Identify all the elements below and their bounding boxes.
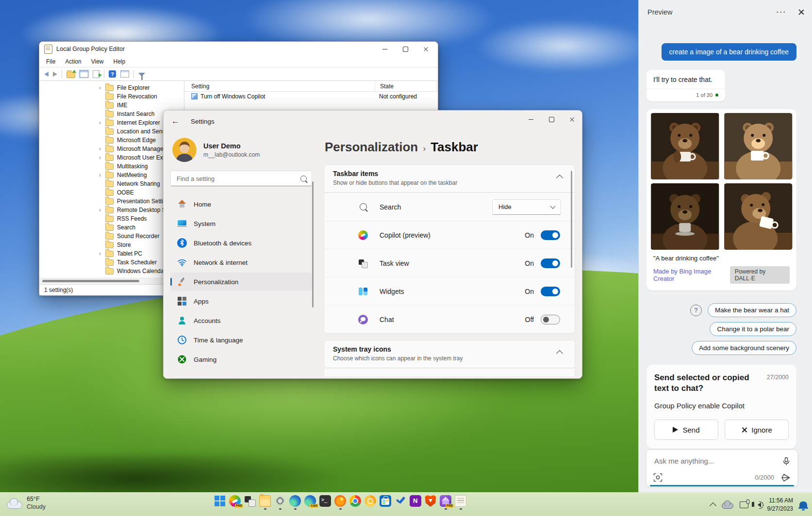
more-options-icon[interactable] [777,8,785,16]
find-setting-searchbox[interactable] [170,171,312,186]
sidebar-item-home[interactable]: Home [170,195,312,213]
sidebar-item-personalization[interactable]: Personalization [170,273,312,291]
taskbar-items-card-header[interactable]: Taskbar items Show or hide buttons that … [324,164,575,193]
tree-item-remote-desktop-services[interactable]: Remote Desktop Services [39,206,184,214]
tree-item-network-sharing[interactable]: Network Sharing [39,179,184,188]
sidebar-item-time-language[interactable]: Time & language [170,331,312,349]
gpe-menu-action[interactable]: Action [65,58,81,65]
policy-row-turn-off-windows-copilot[interactable]: Turn off Windows Copilot Not configured [184,92,438,101]
gpe-titlebar[interactable]: Local Group Policy Editor [39,42,438,56]
tree-item-microsoft-user-experience[interactable]: Microsoft User Experience V [39,153,184,162]
notification-bell-icon[interactable] [799,501,807,509]
search-dropdown[interactable]: Hide [492,199,561,215]
breadcrumb-personalization[interactable]: Personalization [325,140,418,155]
onenote-button[interactable] [410,495,421,507]
suggestion-background-scenery[interactable]: Add some background scenery [692,341,796,355]
weather-widget[interactable]: 65°F Cloudy [7,496,46,511]
help-icon[interactable] [109,70,116,78]
widgets-toggle[interactable] [541,287,560,296]
tree-item-rss-feeds[interactable]: RSS Feeds [39,214,184,223]
onedrive-icon[interactable] [722,503,733,509]
tree-item-microsoft-management-console[interactable]: Microsoft Management Con [39,145,184,153]
suggestion-wear-hat[interactable]: Make the bear wear a hat [708,303,796,317]
tree-item-task-scheduler[interactable]: Task Scheduler [39,258,184,267]
tree-item-presentation-settings[interactable]: Presentation Settings [39,197,184,206]
settings-minimize-button[interactable] [521,113,541,126]
sidebar-item-network[interactable]: Network & internet [170,253,312,272]
expand-chevron-icon[interactable] [98,84,104,91]
submit-icon[interactable] [781,473,791,482]
up-one-level-icon[interactable] [66,72,75,78]
system-tray-card-header[interactable]: System tray icons Choose which icons can… [324,340,575,368]
start-button[interactable] [214,495,226,507]
firefox-button[interactable] [334,495,346,507]
edge-button[interactable] [289,495,301,507]
edge-canary-button[interactable]: CAN [304,495,316,507]
tree-item-file-explorer[interactable]: File Explorer [39,83,184,92]
ignore-button[interactable]: Ignore [725,419,789,440]
terminal-button[interactable] [319,495,331,507]
send-button[interactable]: Send [654,419,718,440]
content-scrollbar[interactable] [571,171,572,268]
sidebar-item-bluetooth[interactable]: Bluetooth & devices [170,234,312,252]
tree-item-microsoft-edge[interactable]: Microsoft Edge [39,136,184,145]
screenshot-icon[interactable] [653,473,663,482]
task-view-button[interactable] [244,495,256,507]
tree-item-oobe[interactable]: OOBE [39,188,184,197]
copilot-toggle[interactable] [541,230,560,240]
gpe-minimize-button[interactable] [375,42,395,56]
task-view-toggle[interactable] [541,258,560,268]
expand-chevron-icon[interactable] [98,154,104,161]
tree-item-ime[interactable]: IME [39,101,184,110]
settings-titlebar[interactable]: ← Settings [164,111,582,132]
expand-chevron-icon[interactable] [98,119,104,126]
microsoft-store-button[interactable] [380,495,391,507]
brave-button[interactable] [425,495,436,507]
back-icon[interactable] [44,72,49,77]
desktop[interactable]: Local Group Policy Editor File Action Vi… [0,0,812,516]
gpe-menu-help[interactable]: Help [114,58,126,65]
dev-home-button[interactable]: PRE [440,495,451,507]
tree-item-file-revocation[interactable]: File Revocation [39,92,184,101]
chat-toggle[interactable] [541,315,560,324]
settings-maximize-button[interactable] [541,113,562,126]
column-header-state[interactable]: State [375,81,437,91]
clock-widget[interactable]: 11:56 AM 9/27/2023 [767,497,793,512]
tree-item-store[interactable]: Store [39,241,184,249]
sidebar-item-apps[interactable]: Apps [170,292,312,310]
expand-chevron-icon[interactable] [98,145,104,152]
tree-item-tablet-pc[interactable]: Tablet PC [39,249,184,258]
copilot-button[interactable]: PRE [229,495,241,507]
tree-item-multitasking[interactable]: Multitasking [39,162,184,171]
network-icon[interactable] [740,501,748,508]
to-do-button[interactable] [395,495,406,507]
tree-item-instant-search[interactable]: Instant Search [39,110,184,118]
tree-horizontal-scrollbar[interactable] [39,278,184,284]
tray-overflow-chevron-icon[interactable] [710,502,716,509]
settings-close-button[interactable] [562,113,582,126]
nav-scrollbar[interactable] [312,181,314,307]
tree-item-location-and-sensors[interactable]: Location and Sensors [39,127,184,136]
notepad-button[interactable] [455,495,466,507]
account-header[interactable]: User Demo m__lab@outlook.com [172,138,312,162]
tree-item-netmeeting[interactable]: NetMeeting [39,171,184,179]
close-icon[interactable] [798,9,804,15]
bing-image-creator-link[interactable]: Made by Bing Image Creator [653,268,730,282]
tree-item-internet-explorer[interactable]: Internet Explorer [39,118,184,127]
show-console-tree-icon[interactable] [120,70,129,78]
gpe-menu-view[interactable]: View [91,58,104,65]
suggestion-polar-bear[interactable]: Change it to a polar bear [710,322,796,336]
question-bubble-icon[interactable] [690,305,702,316]
bear-image-2[interactable] [724,113,793,179]
ask-input[interactable] [653,456,782,466]
microphone-icon[interactable] [782,457,791,466]
list-view-icon[interactable] [80,70,88,78]
search-input[interactable] [176,175,300,183]
expand-chevron-icon[interactable] [98,172,104,178]
bear-image-4[interactable] [724,183,793,250]
collapse-chevron-icon[interactable] [556,175,563,181]
bear-image-1[interactable] [650,113,720,179]
filter-icon[interactable] [138,73,145,77]
export-list-icon[interactable] [93,70,99,78]
expand-chevron-icon[interactable] [98,250,104,257]
